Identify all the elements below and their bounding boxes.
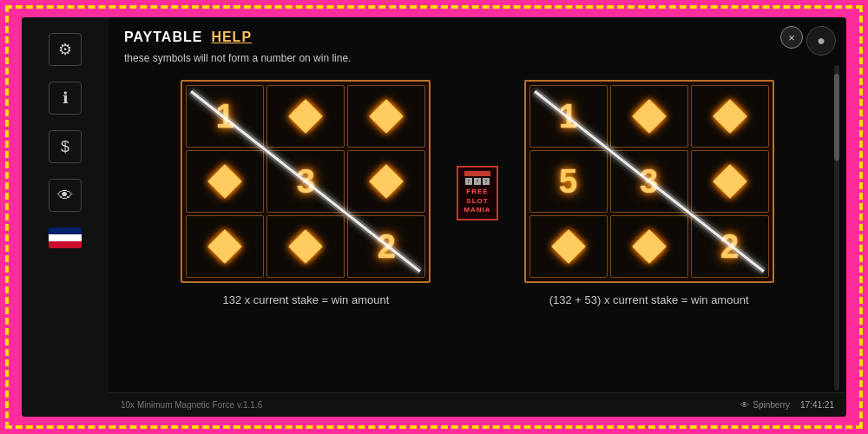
- right-formula: (132 + 53) x current stake = win amount: [549, 293, 749, 306]
- scrollbar-thumb: [834, 74, 839, 161]
- rcell-1-0: 5: [529, 150, 608, 213]
- number-3-left: 3: [297, 165, 315, 198]
- cell-1-0: [186, 150, 264, 213]
- flag-icon[interactable]: [49, 227, 82, 248]
- logo-text-free: FREE: [466, 187, 488, 196]
- rcell-0-1: [610, 85, 688, 148]
- cell-1-2: [347, 150, 425, 213]
- eye-icon[interactable]: 👁: [49, 179, 82, 212]
- time-label: 17:41:21: [800, 400, 834, 410]
- diamond-icon: [374, 169, 398, 194]
- number-2-right: 2: [720, 230, 739, 263]
- logo-bar: [464, 171, 490, 176]
- diamond-icon: [293, 234, 318, 259]
- paytable-title: PAYTABLE: [124, 30, 202, 45]
- grids-area: 1: [108, 71, 846, 392]
- cell-2-2: 2: [347, 215, 425, 278]
- eye-button[interactable]: ●: [806, 26, 836, 56]
- number-1-right: 1: [559, 100, 577, 133]
- subtitle-text: these symbols will not form a number on …: [108, 50, 846, 71]
- left-grid-wrapper: 1: [181, 80, 431, 306]
- rcell-0-2: [691, 85, 769, 148]
- rcell-2-0: [529, 215, 608, 278]
- cell-2-1: [266, 215, 345, 278]
- cell-0-0: 1: [186, 85, 264, 148]
- diamond-icon: [637, 234, 661, 259]
- logo-text-mania: MANIA: [464, 206, 490, 214]
- bottom-bar: 10x Minimum Magnetic Force v.1.1.6 👁 Spi…: [108, 392, 846, 417]
- rcell-0-0: 1: [529, 85, 608, 148]
- cell-2-0: [186, 215, 264, 278]
- logo-slots: 7 7 7: [465, 178, 490, 185]
- diamond-icon: [213, 234, 237, 259]
- sidebar: ⚙ ℹ $ 👁: [22, 17, 108, 417]
- logo-slot-2: 7: [474, 178, 481, 185]
- logo-box: 7 7 7 FREE SLOT MANIA: [457, 166, 497, 220]
- cell-0-1: [266, 85, 345, 148]
- diamond-icon: [556, 234, 581, 259]
- help-link[interactable]: HELP: [211, 30, 252, 45]
- dollar-icon[interactable]: $: [49, 130, 82, 163]
- bottom-right: 👁 Spinberry 17:41:21: [740, 400, 834, 410]
- right-grid-wrapper: 1 5: [524, 80, 774, 306]
- number-3-right: 3: [640, 165, 658, 198]
- content-area: PAYTABLE HELP × ● these symbols will not…: [108, 17, 846, 417]
- diamond-icon: [718, 104, 742, 128]
- left-formula: 132 x current stake = win amount: [222, 293, 389, 306]
- settings-icon[interactable]: ⚙: [49, 33, 82, 66]
- provider-label: 👁 Spinberry: [740, 400, 790, 410]
- info-icon[interactable]: ℹ: [49, 82, 82, 115]
- cell-0-2: [347, 85, 425, 148]
- center-logo: 7 7 7 FREE SLOT MANIA: [448, 166, 506, 220]
- scrollbar-track[interactable]: [834, 65, 839, 391]
- grids-row: 1: [135, 71, 820, 306]
- spinberry-icon: 👁: [740, 400, 749, 410]
- topbar: PAYTABLE HELP × ●: [108, 17, 846, 50]
- diamond-icon: [293, 104, 318, 128]
- left-slot-grid: 1: [181, 80, 431, 283]
- number-5-right: 5: [559, 165, 577, 198]
- logo-slot-3: 7: [483, 178, 490, 185]
- right-slot-grid: 1 5: [524, 80, 774, 283]
- diamond-icon: [637, 104, 661, 128]
- rcell-1-1: 3: [610, 150, 688, 213]
- version-label: 10x Minimum Magnetic Force v.1.1.6: [121, 400, 262, 410]
- main-window: ⚙ ℹ $ 👁 PAYTABLE HELP × ● these symbols …: [22, 17, 846, 417]
- outer-border: ⚙ ℹ $ 👁 PAYTABLE HELP × ● these symbols …: [0, 0, 868, 434]
- number-1-left: 1: [216, 100, 234, 133]
- number-2-left: 2: [378, 230, 396, 263]
- rcell-2-1: [610, 215, 688, 278]
- rcell-2-2: 2: [691, 215, 769, 278]
- diamond-icon: [213, 169, 237, 194]
- rcell-1-2: [691, 150, 769, 213]
- logo-text-slot: SLOT: [466, 197, 488, 206]
- logo-slot-1: 7: [465, 178, 472, 185]
- cell-1-1: 3: [266, 150, 345, 213]
- diamond-icon: [374, 104, 398, 128]
- diamond-icon: [718, 169, 742, 194]
- close-button[interactable]: ×: [780, 26, 803, 49]
